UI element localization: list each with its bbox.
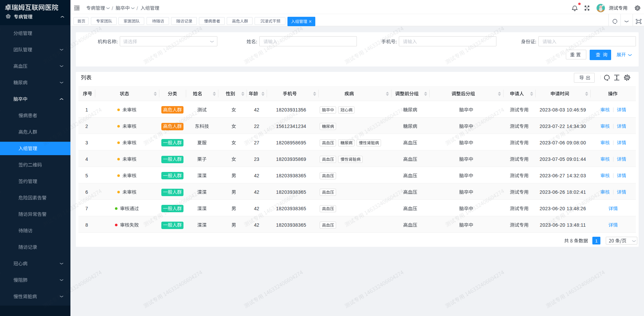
svg-text:4: 4 <box>86 156 88 162</box>
svg-text:5: 5 <box>86 173 88 178</box>
svg-text:18203938365: 18203938365 <box>276 189 306 195</box>
svg-text:18203938365: 18203938365 <box>276 206 306 211</box>
svg-text:3: 3 <box>86 140 88 145</box>
svg-text:7: 7 <box>86 206 88 211</box>
svg-text:2023-06-20 13:48:26: 2023-06-20 13:48:26 <box>540 206 586 211</box>
svg-text:6: 6 <box>86 189 88 195</box>
svg-text:2023-08-03 10:46:59: 2023-08-03 10:46:59 <box>540 107 586 112</box>
svg-text:8: 8 <box>86 222 88 228</box>
svg-text:22: 22 <box>254 124 259 129</box>
svg-text:/: / <box>112 5 113 11</box>
svg-text:42: 42 <box>254 189 259 195</box>
svg-text:2: 2 <box>86 124 88 129</box>
svg-text:18203938365: 18203938365 <box>276 222 306 228</box>
svg-text:18203935869: 18203935869 <box>276 156 306 162</box>
svg-text:18203938365: 18203938365 <box>276 173 306 178</box>
svg-text:27: 27 <box>254 140 259 145</box>
svg-text:23: 23 <box>254 156 259 162</box>
svg-text:1: 1 <box>86 107 88 112</box>
svg-text:2023-07-06 09:08:00: 2023-07-06 09:08:00 <box>540 140 586 145</box>
svg-text:42: 42 <box>254 222 259 228</box>
svg-text:2023-06-26 18:02:41: 2023-06-26 18:02:41 <box>540 189 586 195</box>
svg-text:2023-06-27 14:32:03: 2023-06-27 14:32:03 <box>540 173 586 178</box>
svg-text:/: / <box>137 5 138 11</box>
svg-text:42: 42 <box>254 107 259 112</box>
svg-text:42: 42 <box>254 173 259 178</box>
svg-text:18208958695: 18208958695 <box>276 140 306 145</box>
svg-text:1: 1 <box>595 238 598 243</box>
svg-text:15612341234: 15612341234 <box>276 124 306 129</box>
svg-text:2023-07-05 09:01:44: 2023-07-05 09:01:44 <box>540 156 586 162</box>
svg-text:42: 42 <box>254 206 259 211</box>
